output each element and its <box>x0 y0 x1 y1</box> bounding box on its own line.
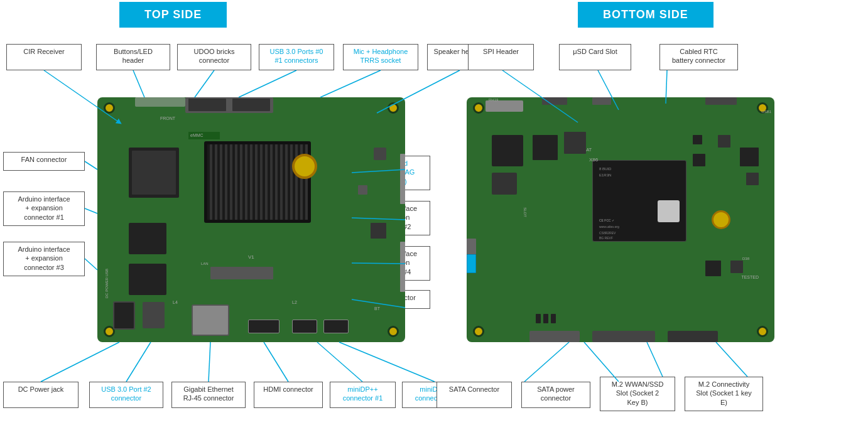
label-arduino1: Arduino interface+ expansionconnector #1 <box>3 191 85 226</box>
label-rtc-battery: Cabled RTCbattery connector <box>659 44 738 70</box>
label-arduino3: Arduino interface+ expansionconnector #3 <box>3 242 85 276</box>
label-spi-header: SPI Header <box>468 44 534 70</box>
label-cir-receiver: CIR Receiver <box>6 44 82 70</box>
label-buttons-led: Buttons/LEDheader <box>96 44 170 70</box>
label-hdmi: HDMI connector <box>254 382 323 408</box>
top-side-header: TOP SIDE <box>119 2 227 28</box>
left-panel: TOP SIDE CIR Receiver Buttons/LEDheader … <box>0 0 433 425</box>
label-minidp1: miniDP++connector #1 <box>330 382 396 408</box>
label-dc-power: DC Power jack <box>3 382 79 408</box>
label-usb-port2: USB 3.0 Port #2connector <box>89 382 163 408</box>
label-udoo-bricks: UDOO bricksconnector <box>177 44 251 70</box>
label-gigabit-eth: Gigabit EthernetRJ-45 connector <box>171 382 246 408</box>
label-usd-slot: μSD Card Slot <box>559 44 631 70</box>
label-sata-conn: SATA Connector <box>437 382 512 408</box>
label-m2-conn: M.2 ConnectivitySlot (Socket 1 keyE) <box>685 377 763 411</box>
board-top-side: eMMC LAN BT <box>97 97 405 342</box>
page-container: TOP SIDE CIR Receiver Buttons/LEDheader … <box>0 0 868 425</box>
label-fan-connector: FAN connector <box>3 152 85 171</box>
bottom-side-header: BOTTOM SIDE <box>578 2 713 28</box>
label-sata-power: SATA powerconnector <box>521 382 590 408</box>
label-mic-headphone: Mic + HeadphoneTRRS socket <box>343 44 418 70</box>
label-usb-ports: USB 3.0 Ports #0#1 connectors <box>259 44 334 70</box>
right-panel: BOTTOM SIDE SPI Header μSD Card Slot Cab… <box>433 0 868 425</box>
label-m2-wwan: M.2 WWAN/SSDSlot (Socket 2Key B) <box>600 377 675 411</box>
board-bottom-side: RH19 BTC BAT 8 BUID E1R3N CE FCC ✓ www.u… <box>467 97 774 342</box>
